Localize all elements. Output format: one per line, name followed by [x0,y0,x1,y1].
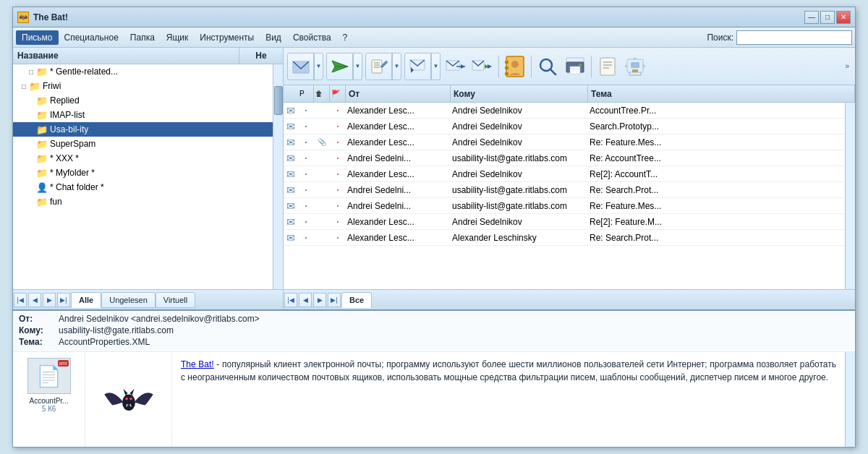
email-row[interactable]: ✉ • 📎 • Alexander Lesc... Andrei Sedelni… [284,134,845,150]
email-row[interactable]: ✉ • • Alexander Lesc... Andrei Sedelniko… [284,119,845,134]
email-col-flag2-header[interactable]: 🗑 [314,85,330,102]
folder-item-superspam[interactable]: 📁 SuperSpam [13,137,273,151]
email-nav-first[interactable]: |◀ [284,293,297,307]
folder-item-myfolder[interactable]: 📁 * Myfolder * [13,166,273,180]
folder-item-fun[interactable]: 📁 fun [13,194,273,209]
menu-letter[interactable]: Письмо [16,30,59,45]
folder-icon-chatfolder: 👤 [36,182,48,193]
email-row[interactable]: ✉ • • Alexander Lesc... Andrei Sedelniko… [284,166,845,182]
email-cell-flag1: • [298,150,314,166]
find-button[interactable] [535,53,561,80]
email-list-scrollbar[interactable] [845,103,855,289]
email-cell-to: Alexander Leschinsky [451,230,588,245]
read-mail-button[interactable] [288,53,314,80]
svg-rect-29 [600,58,615,75]
search-input[interactable] [736,30,852,45]
email-col-flag1-header[interactable]: P [298,85,314,102]
nav-last-button[interactable]: ▶| [57,293,70,307]
nav-first-button[interactable]: |◀ [14,293,27,307]
preview-body-link[interactable]: The Bat! [181,359,214,369]
email-cell-flag2 [314,103,330,118]
maximize-button[interactable]: □ [820,11,835,24]
email-cell-flag1: • [298,214,314,229]
folder-item-usa[interactable]: 📁 Usa-bil-ity [13,122,273,137]
email-col-subject-header[interactable]: Тема [588,85,855,102]
reply-dropdown[interactable]: ▼ [431,53,440,80]
folder-item-xxx[interactable]: 📁 * XXX * [13,151,273,166]
toolbar-more[interactable]: » [842,61,852,72]
reply-button[interactable] [405,53,431,80]
addresses-button[interactable] [502,53,528,80]
email-col-to-header[interactable]: Кому [451,85,588,102]
extra2-button[interactable] [622,53,648,80]
folder-list-header: Название Не [13,48,283,64]
minimize-button[interactable]: — [804,11,819,24]
menu-properties[interactable]: Свойства [287,30,337,45]
email-nav-prev[interactable]: ◀ [299,293,312,307]
folder-icon-superspam: 📁 [36,139,48,150]
folder-col-name: Название [13,48,239,64]
email-cell-icon: ✉ [284,198,298,213]
print-button[interactable] [562,53,588,80]
bat-svg [100,378,158,421]
folder-label-gentle: * Gentle-related... [50,67,118,77]
attachment-filename: AccountPr... [30,397,69,405]
folder-item-gentle[interactable]: □ 📁 * Gentle-related... [13,64,273,79]
send-mail-button[interactable] [327,53,353,80]
email-cell-flag3: • [330,119,346,134]
email-cell-to: Andrei Sedelnikov [451,103,588,118]
email-cell-flag2: 📎 [314,134,330,150]
menu-tools[interactable]: Инструменты [194,30,260,45]
email-cell-subject: Re: Search.Prot... [588,230,845,245]
email-row[interactable]: ✉ • • Andrei Sedelni... usability-list@g… [284,150,845,166]
attachment-type-badge: xml [58,360,69,367]
email-row[interactable]: ✉ • • Alexander Lesc... Alexander Leschi… [284,230,845,246]
tab-ungelesen[interactable]: Ungelesen [101,292,156,308]
menu-help[interactable]: ? [337,30,354,45]
email-nav-next[interactable]: ▶ [313,293,326,307]
email-col-flag3-header[interactable]: 🚩 [330,85,346,102]
send-mail-group: ▼ [326,53,362,80]
read-mail-dropdown[interactable]: ▼ [314,53,323,80]
expand-icon-friwi[interactable]: □ [19,82,29,90]
tab-alle[interactable]: Alle [71,292,101,308]
email-row[interactable]: ✉ • • Andrei Sedelni... usability-list@g… [284,198,845,214]
menu-folder[interactable]: Папка [124,30,161,45]
email-cell-to: usability-list@gate.ritlabs.com [451,182,588,197]
folder-scrollbar[interactable] [273,64,283,289]
folder-item-friwi[interactable]: □ 📁 Friwi [13,79,273,93]
email-cell-to: Andrei Sedelnikov [451,214,588,229]
menu-special[interactable]: Специальное [59,30,124,45]
email-cell-subject: Re[2]: AccountT... [588,166,845,181]
email-cell-to: usability-list@gate.ritlabs.com [451,198,588,213]
folder-item-replied[interactable]: 📁 Replied [13,93,273,108]
compose-dropdown[interactable]: ▼ [392,53,401,80]
tab-virtuell[interactable]: Virtuell [156,292,195,308]
forward-all-button[interactable] [469,53,495,80]
preview-text: The Bat! - популярный клиент электронной… [172,352,845,447]
folder-tabs: |◀ ◀ ▶ ▶| Alle Ungelesen Virtuell [13,289,283,309]
compose-button[interactable] [366,53,392,80]
send-mail-dropdown[interactable]: ▼ [353,53,362,80]
preview-scrollbar[interactable] [845,352,855,447]
email-nav-last[interactable]: ▶| [328,293,341,307]
close-button[interactable]: ✕ [836,11,851,24]
right-panel: ▼ ▼ ▼ ▼ [284,48,855,309]
folder-item-chatfolder[interactable]: 👤 * Chat folder * [13,180,273,194]
email-row[interactable]: ✉ • • Andrei Sedelni... usability-list@g… [284,182,845,198]
email-row[interactable]: ✉ • • Alexander Lesc... Andrei Sedelniko… [284,103,845,119]
folder-item-imap[interactable]: 📁 IMAP-list [13,108,273,122]
menu-view[interactable]: Вид [260,30,287,45]
email-col-from-header[interactable]: От [346,85,451,102]
expand-icon-gentle[interactable]: □ [26,68,36,76]
nav-prev-button[interactable]: ◀ [28,293,41,307]
email-row[interactable]: ✉ • • Alexander Lesc... Andrei Sedelniko… [284,214,845,230]
title-bar: 🦇 The Bat! — □ ✕ [13,7,855,27]
preview-subject-row: Тема: AccountProperties.XML [19,337,849,347]
email-tab-all[interactable]: Все [341,292,372,308]
nav-next-button[interactable]: ▶ [43,293,56,307]
menu-mailbox[interactable]: Ящик [161,30,195,45]
forward-button[interactable] [443,53,469,80]
email-cell-flag2 [314,166,330,181]
extra1-button[interactable] [595,53,621,80]
